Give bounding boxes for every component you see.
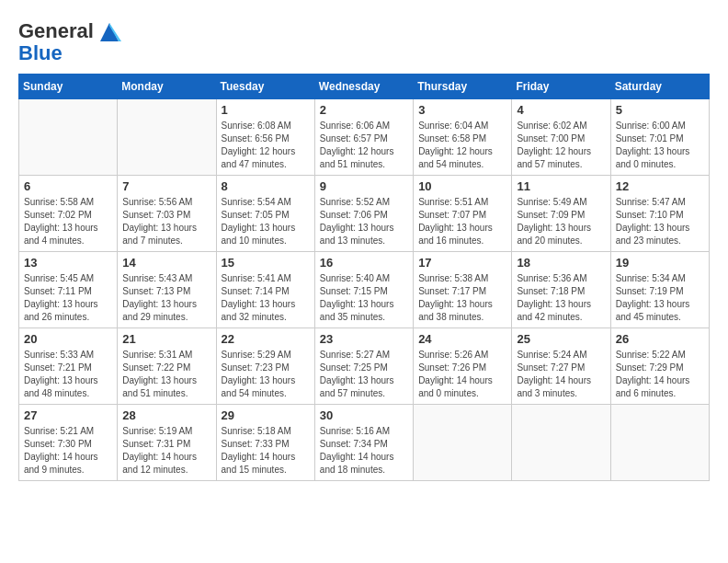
calendar-cell: 3Sunrise: 6:04 AM Sunset: 6:58 PM Daylig…: [414, 99, 512, 176]
day-number: 26: [616, 332, 704, 346]
day-info: Sunrise: 5:22 AM Sunset: 7:29 PM Dayligh…: [616, 349, 704, 400]
day-number: 30: [320, 408, 408, 422]
day-info: Sunrise: 6:08 AM Sunset: 6:56 PM Dayligh…: [222, 120, 310, 171]
day-number: 5: [616, 103, 704, 117]
calendar-cell: 24Sunrise: 5:26 AM Sunset: 7:26 PM Dayli…: [414, 328, 512, 405]
calendar-cell: 8Sunrise: 5:54 AM Sunset: 7:05 PM Daylig…: [216, 176, 314, 252]
day-number: 16: [320, 256, 408, 270]
day-info: Sunrise: 5:58 AM Sunset: 7:02 PM Dayligh…: [24, 196, 112, 247]
day-number: 23: [320, 332, 408, 346]
day-number: 17: [418, 256, 506, 270]
day-info: Sunrise: 5:45 AM Sunset: 7:11 PM Dayligh…: [24, 272, 112, 324]
day-info: Sunrise: 5:34 AM Sunset: 7:19 PM Dayligh…: [616, 272, 704, 324]
day-info: Sunrise: 5:18 AM Sunset: 7:33 PM Dayligh…: [222, 425, 310, 477]
calendar-cell: 25Sunrise: 5:24 AM Sunset: 7:27 PM Dayli…: [512, 328, 610, 405]
day-number: 22: [222, 332, 310, 346]
weekday-header-friday: Friday: [512, 75, 610, 99]
day-info: Sunrise: 5:38 AM Sunset: 7:17 PM Dayligh…: [418, 272, 506, 324]
day-number: 12: [616, 179, 704, 193]
calendar-table: SundayMondayTuesdayWednesdayThursdayFrid…: [18, 74, 710, 481]
day-info: Sunrise: 5:19 AM Sunset: 7:31 PM Dayligh…: [122, 425, 210, 477]
calendar-cell: 5Sunrise: 6:00 AM Sunset: 7:01 PM Daylig…: [610, 99, 709, 176]
calendar-cell: 28Sunrise: 5:19 AM Sunset: 7:31 PM Dayli…: [118, 405, 216, 481]
calendar-cell: 16Sunrise: 5:40 AM Sunset: 7:15 PM Dayli…: [314, 252, 413, 328]
day-number: 11: [517, 179, 605, 193]
day-info: Sunrise: 5:52 AM Sunset: 7:06 PM Dayligh…: [320, 196, 408, 247]
calendar-cell: 1Sunrise: 6:08 AM Sunset: 6:56 PM Daylig…: [216, 99, 314, 176]
day-info: Sunrise: 5:40 AM Sunset: 7:15 PM Dayligh…: [320, 272, 408, 324]
day-number: 27: [24, 408, 112, 422]
calendar-cell: 20Sunrise: 5:33 AM Sunset: 7:21 PM Dayli…: [19, 328, 118, 405]
day-number: 14: [122, 256, 210, 270]
day-info: Sunrise: 5:16 AM Sunset: 7:34 PM Dayligh…: [320, 425, 408, 477]
day-info: Sunrise: 6:00 AM Sunset: 7:01 PM Dayligh…: [616, 120, 704, 171]
day-number: 3: [418, 103, 506, 117]
logo: General Blue: [18, 18, 123, 64]
calendar-cell: 12Sunrise: 5:47 AM Sunset: 7:10 PM Dayli…: [610, 176, 709, 252]
weekday-header-monday: Monday: [118, 75, 216, 99]
calendar-cell: [19, 99, 118, 176]
day-info: Sunrise: 5:36 AM Sunset: 7:18 PM Dayligh…: [517, 272, 605, 324]
day-info: Sunrise: 5:27 AM Sunset: 7:25 PM Dayligh…: [320, 349, 408, 400]
day-number: 20: [24, 332, 112, 346]
logo-general: General: [18, 19, 94, 42]
calendar-cell: 23Sunrise: 5:27 AM Sunset: 7:25 PM Dayli…: [314, 328, 413, 405]
week-row-2: 6Sunrise: 5:58 AM Sunset: 7:02 PM Daylig…: [19, 176, 710, 252]
calendar-cell: [414, 405, 512, 481]
day-number: 29: [222, 408, 310, 422]
day-info: Sunrise: 5:33 AM Sunset: 7:21 PM Dayligh…: [24, 349, 112, 400]
weekday-header-saturday: Saturday: [610, 75, 709, 99]
calendar-cell: 29Sunrise: 5:18 AM Sunset: 7:33 PM Dayli…: [216, 405, 314, 481]
calendar-cell: 15Sunrise: 5:41 AM Sunset: 7:14 PM Dayli…: [216, 252, 314, 328]
day-info: Sunrise: 5:43 AM Sunset: 7:13 PM Dayligh…: [122, 272, 210, 324]
weekday-header-thursday: Thursday: [414, 75, 512, 99]
calendar-cell: 21Sunrise: 5:31 AM Sunset: 7:22 PM Dayli…: [118, 328, 216, 405]
calendar-cell: 30Sunrise: 5:16 AM Sunset: 7:34 PM Dayli…: [314, 405, 413, 481]
week-row-5: 27Sunrise: 5:21 AM Sunset: 7:30 PM Dayli…: [19, 405, 710, 481]
day-number: 15: [222, 256, 310, 270]
day-number: 1: [222, 103, 310, 117]
day-number: 18: [517, 256, 605, 270]
day-info: Sunrise: 6:04 AM Sunset: 6:58 PM Dayligh…: [418, 120, 506, 171]
day-info: Sunrise: 5:41 AM Sunset: 7:14 PM Dayligh…: [222, 272, 310, 324]
weekday-header-row: SundayMondayTuesdayWednesdayThursdayFrid…: [19, 75, 710, 99]
calendar-cell: 17Sunrise: 5:38 AM Sunset: 7:17 PM Dayli…: [414, 252, 512, 328]
calendar-cell: 27Sunrise: 5:21 AM Sunset: 7:30 PM Dayli…: [19, 405, 118, 481]
calendar-cell: 6Sunrise: 5:58 AM Sunset: 7:02 PM Daylig…: [19, 176, 118, 252]
calendar-cell: 14Sunrise: 5:43 AM Sunset: 7:13 PM Dayli…: [118, 252, 216, 328]
calendar-cell: [118, 99, 216, 176]
day-number: 21: [122, 332, 210, 346]
day-info: Sunrise: 5:56 AM Sunset: 7:03 PM Dayligh…: [122, 196, 210, 247]
calendar-cell: 4Sunrise: 6:02 AM Sunset: 7:00 PM Daylig…: [512, 99, 610, 176]
calendar-cell: 10Sunrise: 5:51 AM Sunset: 7:07 PM Dayli…: [414, 176, 512, 252]
day-number: 7: [122, 179, 210, 193]
page-header: General Blue: [18, 18, 710, 64]
day-number: 9: [320, 179, 408, 193]
calendar-cell: 9Sunrise: 5:52 AM Sunset: 7:06 PM Daylig…: [314, 176, 413, 252]
week-row-4: 20Sunrise: 5:33 AM Sunset: 7:21 PM Dayli…: [19, 328, 710, 405]
calendar-cell: [512, 405, 610, 481]
day-info: Sunrise: 5:31 AM Sunset: 7:22 PM Dayligh…: [122, 349, 210, 400]
day-info: Sunrise: 5:47 AM Sunset: 7:10 PM Dayligh…: [616, 196, 704, 247]
day-info: Sunrise: 6:06 AM Sunset: 6:57 PM Dayligh…: [320, 120, 408, 171]
day-number: 10: [418, 179, 506, 193]
day-number: 19: [616, 256, 704, 270]
day-number: 2: [320, 103, 408, 117]
day-number: 6: [24, 179, 112, 193]
day-number: 13: [24, 256, 112, 270]
calendar-cell: 26Sunrise: 5:22 AM Sunset: 7:29 PM Dayli…: [610, 328, 709, 405]
day-number: 28: [122, 408, 210, 422]
weekday-header-tuesday: Tuesday: [216, 75, 314, 99]
day-info: Sunrise: 5:54 AM Sunset: 7:05 PM Dayligh…: [222, 196, 310, 247]
day-number: 25: [517, 332, 605, 346]
calendar-cell: 19Sunrise: 5:34 AM Sunset: 7:19 PM Dayli…: [610, 252, 709, 328]
day-info: Sunrise: 5:29 AM Sunset: 7:23 PM Dayligh…: [222, 349, 310, 400]
day-number: 24: [418, 332, 506, 346]
calendar-cell: 7Sunrise: 5:56 AM Sunset: 7:03 PM Daylig…: [118, 176, 216, 252]
logo-blue: Blue: [18, 41, 63, 64]
calendar-cell: [610, 405, 709, 481]
day-number: 8: [222, 179, 310, 193]
day-info: Sunrise: 5:21 AM Sunset: 7:30 PM Dayligh…: [24, 425, 112, 477]
calendar-cell: 18Sunrise: 5:36 AM Sunset: 7:18 PM Dayli…: [512, 252, 610, 328]
weekday-header-sunday: Sunday: [19, 75, 118, 99]
